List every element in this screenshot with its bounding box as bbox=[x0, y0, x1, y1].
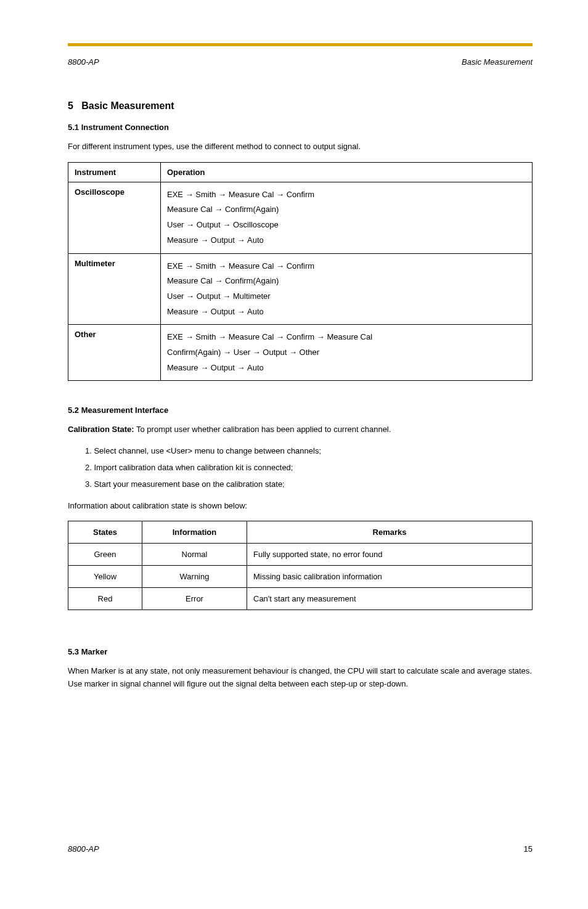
arrow-icon: → bbox=[198, 307, 211, 316]
arrow-icon: → bbox=[216, 261, 228, 271]
page-footer: 8800-AP 15 bbox=[68, 844, 533, 854]
section-5-1-heading: 5.1 Instrument Connection bbox=[68, 123, 533, 132]
step-token: Confirm bbox=[287, 332, 315, 341]
arrow-icon: → bbox=[221, 220, 233, 229]
step-token: Output bbox=[197, 291, 221, 301]
table1-instrument-cell: Oscilloscope bbox=[68, 182, 161, 253]
table1-header-instrument: Instrument bbox=[68, 162, 161, 182]
step-token: Output bbox=[263, 348, 287, 357]
arrow-icon: → bbox=[183, 261, 195, 271]
table2-header-states: States bbox=[68, 521, 142, 544]
step-token: Confirm(Again) bbox=[225, 205, 279, 214]
operation-step: User → Output → Oscilloscope bbox=[167, 218, 526, 233]
arrow-icon: → bbox=[198, 363, 211, 372]
section-5-3-heading: 5.3 Marker bbox=[68, 647, 533, 656]
operation-step: Measure → Output → Auto bbox=[167, 361, 526, 376]
operation-step: EXE → Smith → Measure Cal → Confirm bbox=[167, 187, 526, 203]
step-token: Oscilloscope bbox=[233, 220, 279, 229]
step-token: Smith bbox=[195, 190, 216, 199]
operation-step: EXE → Smith → Measure Cal → Confirm bbox=[167, 259, 526, 274]
operation-step: Measure → Output → Auto bbox=[167, 304, 526, 320]
arrow-icon: → bbox=[235, 363, 247, 372]
chapter-heading: 5 Basic Measurement bbox=[68, 100, 533, 112]
operation-step: Measure Cal → Confirm(Again) bbox=[167, 274, 526, 289]
arrow-icon: → bbox=[274, 190, 286, 199]
calibration-state-desc: To prompt user whether calibration has b… bbox=[134, 425, 391, 434]
list-item: 3. Start your measurement base on the ca… bbox=[85, 478, 533, 491]
table1-operation-cell: EXE → Smith → Measure Cal → ConfirmMeasu… bbox=[161, 182, 533, 253]
table2-info-cell: Warning bbox=[142, 566, 247, 588]
step-token: Measure Cal bbox=[167, 205, 213, 214]
step-token: Output bbox=[211, 363, 235, 372]
table2-remarks-cell: Fully supported state, no error found bbox=[247, 544, 533, 566]
calibration-list: 1. Select channel, use <User> menu to ch… bbox=[68, 445, 533, 491]
step-token: Confirm(Again) bbox=[225, 276, 279, 285]
step-token: Auto bbox=[247, 307, 264, 316]
table1-instrument-cell: Other bbox=[68, 325, 161, 381]
step-token: Output bbox=[211, 235, 235, 245]
footer-model: 8800-AP bbox=[68, 844, 99, 854]
list-item: 2. Import calibration data when calibrat… bbox=[85, 462, 533, 475]
step-token: Measure bbox=[167, 307, 198, 316]
step-token: Measure Cal bbox=[229, 332, 274, 341]
operation-step: Measure → Output → Auto bbox=[167, 233, 526, 248]
arrow-icon: → bbox=[235, 235, 247, 245]
calibration-state-table: States Information Remarks GreenNormalFu… bbox=[68, 521, 533, 610]
arrow-icon: → bbox=[184, 220, 196, 229]
arrow-icon: → bbox=[216, 190, 228, 199]
step-token: User bbox=[167, 291, 184, 301]
operation-step: Measure Cal → Confirm(Again) bbox=[167, 202, 526, 218]
operation-step: Confirm(Again) → User → Output → Other bbox=[167, 345, 526, 361]
step-token: Confirm bbox=[287, 190, 315, 199]
arrow-icon: → bbox=[221, 348, 233, 357]
arrow-icon: → bbox=[274, 332, 286, 341]
step-token: Other bbox=[300, 348, 320, 357]
calibration-state-label: Calibration State: bbox=[68, 425, 134, 434]
operation-step: EXE → Smith → Measure Cal → Confirm → Me… bbox=[167, 330, 526, 345]
list-item: 1. Select channel, use <User> menu to ch… bbox=[85, 445, 533, 458]
operation-step: User → Output → Multimeter bbox=[167, 289, 526, 304]
table2-header-information: Information bbox=[142, 521, 247, 544]
page-header: 8800-AP Basic Measurement bbox=[68, 57, 533, 67]
step-token: User bbox=[234, 348, 250, 357]
table2-state-cell: Yellow bbox=[68, 566, 142, 588]
section-5-2-intro: Calibration State: To prompt user whethe… bbox=[68, 423, 533, 436]
header-section: Basic Measurement bbox=[462, 57, 533, 67]
table2-remarks-cell: Missing basic calibration information bbox=[247, 566, 533, 588]
table2-state-cell: Red bbox=[68, 588, 142, 610]
header-model: 8800-AP bbox=[68, 57, 99, 67]
arrow-icon: → bbox=[184, 291, 196, 301]
step-token: User bbox=[167, 220, 184, 229]
section-5-1-para: For different instrument types, use the … bbox=[68, 141, 533, 153]
step-token: EXE bbox=[167, 332, 183, 341]
table2-info-cell: Error bbox=[142, 588, 247, 610]
arrow-icon: → bbox=[213, 205, 225, 214]
step-token: Confirm(Again) bbox=[167, 348, 221, 357]
chapter-number: 5 bbox=[68, 100, 73, 111]
arrow-icon: → bbox=[235, 307, 247, 316]
section-5-2-para2: Information about calibration state is s… bbox=[68, 500, 533, 513]
section-5-3-para: When Marker is at any state, not only me… bbox=[68, 665, 533, 691]
table2-remarks-cell: Can't start any measurement bbox=[247, 588, 533, 610]
arrow-icon: → bbox=[287, 348, 299, 357]
step-token: Measure Cal bbox=[327, 332, 372, 341]
step-token: Auto bbox=[247, 363, 264, 372]
arrow-icon: → bbox=[250, 348, 263, 357]
step-token: Output bbox=[197, 220, 221, 229]
arrow-icon: → bbox=[183, 332, 195, 341]
table2-info-cell: Normal bbox=[142, 544, 247, 566]
step-token: Smith bbox=[195, 332, 216, 341]
step-token: Confirm bbox=[287, 261, 315, 271]
chapter-title: Basic Measurement bbox=[81, 100, 174, 111]
step-token: Measure Cal bbox=[167, 276, 213, 285]
table1-header-operation: Operation bbox=[161, 162, 533, 182]
arrow-icon: → bbox=[274, 261, 286, 271]
table2-state-cell: Green bbox=[68, 544, 142, 566]
step-token: Measure Cal bbox=[229, 190, 274, 199]
step-token: Measure Cal bbox=[229, 261, 274, 271]
step-token: EXE bbox=[167, 261, 183, 271]
table1-operation-cell: EXE → Smith → Measure Cal → ConfirmMeasu… bbox=[161, 253, 533, 325]
step-token: Multimeter bbox=[233, 291, 271, 301]
table1-instrument-cell: Multimeter bbox=[68, 253, 161, 325]
arrow-icon: → bbox=[198, 235, 211, 245]
